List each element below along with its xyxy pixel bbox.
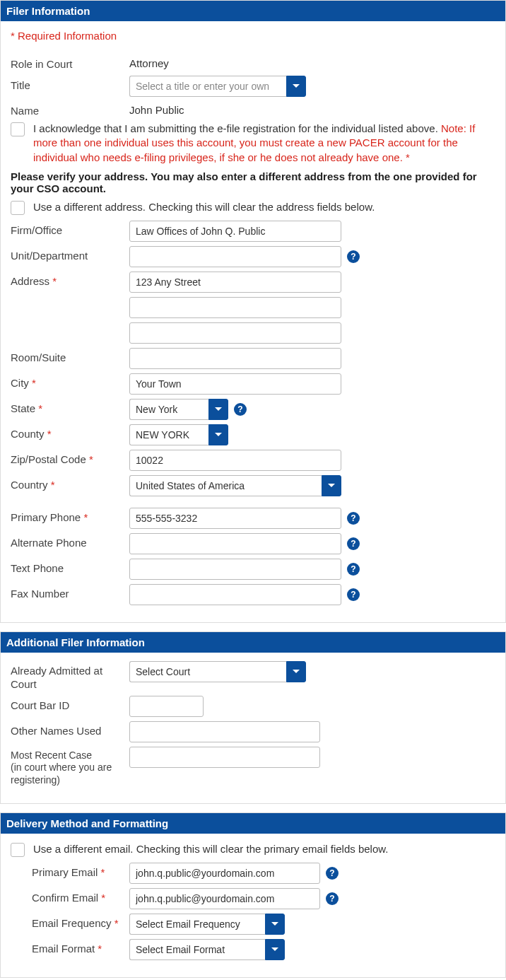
state-select[interactable]: New York [129, 399, 228, 420]
acknowledge-checkbox[interactable] [11, 122, 25, 136]
delivery-method-panel: Delivery Method and Formatting Use a dif… [0, 812, 506, 978]
email-format-select[interactable]: Select Email Format [129, 939, 285, 960]
role-label: Role in Court [11, 54, 124, 71]
filer-information-panel: Filer Information * Required Information… [0, 0, 506, 623]
city-label: City * [11, 373, 124, 390]
chevron-down-icon[interactable] [265, 914, 285, 935]
chevron-down-icon[interactable] [286, 661, 306, 682]
help-icon[interactable]: ? [347, 588, 360, 601]
chevron-down-icon[interactable] [208, 399, 228, 420]
room-label: Room/Suite [11, 348, 124, 365]
country-label: Country * [11, 475, 124, 492]
state-select-value: New York [129, 399, 208, 420]
confirm-email-input[interactable] [129, 888, 320, 909]
room-input[interactable] [129, 348, 341, 369]
bar-id-label: Court Bar ID [11, 696, 124, 713]
unit-label: Unit/Department [11, 246, 124, 263]
county-label: County * [11, 424, 124, 441]
title-select-value: Select a title or enter your own [129, 76, 286, 97]
chevron-down-icon[interactable] [265, 939, 285, 960]
chevron-down-icon[interactable] [286, 76, 306, 97]
different-email-text: Use a different email. Checking this wil… [33, 842, 495, 856]
primary-phone-label: Primary Phone * [11, 508, 124, 525]
admitted-court-value: Select Court [129, 661, 286, 682]
primary-email-input[interactable] [129, 863, 320, 884]
zip-label: Zip/Postal Code * [11, 450, 124, 467]
country-select-value: United States of America [129, 475, 322, 496]
fax-input[interactable] [129, 584, 341, 605]
firm-input[interactable] [129, 221, 341, 242]
address-label: Address * [11, 272, 124, 288]
alt-phone-input[interactable] [129, 533, 341, 554]
zip-input[interactable] [129, 450, 341, 471]
primary-email-label: Primary Email * [32, 863, 124, 880]
acknowledge-text: I acknowledge that I am submitting the e… [33, 122, 495, 165]
recent-case-label: Most Recent Case (in court where you are… [11, 747, 124, 787]
email-format-value: Select Email Format [129, 939, 265, 960]
email-freq-label: Email Frequency * [32, 914, 124, 931]
different-address-checkbox[interactable] [11, 201, 25, 215]
different-address-text: Use a different address. Checking this w… [33, 200, 495, 214]
help-icon[interactable]: ? [347, 512, 360, 525]
address1-input[interactable] [129, 272, 341, 293]
email-format-label: Email Format * [32, 939, 124, 956]
firm-label: Firm/Office [11, 221, 124, 238]
different-email-checkbox[interactable] [11, 843, 25, 857]
help-icon[interactable]: ? [326, 867, 339, 880]
other-names-label: Other Names Used [11, 721, 124, 738]
title-label: Title [11, 76, 124, 93]
county-select[interactable]: NEW YORK [129, 424, 228, 445]
primary-phone-input[interactable] [129, 508, 341, 529]
address3-input[interactable] [129, 322, 341, 344]
bar-id-input[interactable] [129, 696, 204, 717]
additional-filer-panel: Additional Filer Information Already Adm… [0, 631, 506, 805]
address2-input[interactable] [129, 297, 341, 318]
text-phone-input[interactable] [129, 559, 341, 580]
help-icon[interactable]: ? [234, 403, 247, 416]
text-phone-label: Text Phone [11, 559, 124, 576]
chevron-down-icon[interactable] [322, 475, 341, 496]
required-info-note: * Required Information [11, 30, 495, 42]
fax-label: Fax Number [11, 584, 124, 601]
role-value: Attorney [129, 54, 495, 69]
recent-case-input[interactable] [129, 747, 320, 768]
filer-info-header: Filer Information [1, 1, 505, 21]
email-frequency-value: Select Email Frequency [129, 914, 265, 935]
verify-address-note: Please verify your address. You may also… [11, 170, 495, 194]
unit-input[interactable] [129, 246, 341, 267]
name-label: Name [11, 101, 124, 118]
help-icon[interactable]: ? [347, 563, 360, 576]
alt-phone-label: Alternate Phone [11, 533, 124, 550]
admitted-label: Already Admitted at Court [11, 661, 124, 692]
chevron-down-icon[interactable] [208, 424, 228, 445]
other-names-input[interactable] [129, 721, 320, 742]
name-value: John Public [129, 101, 495, 116]
additional-filer-header: Additional Filer Information [1, 632, 505, 653]
help-icon[interactable]: ? [326, 892, 339, 905]
country-select[interactable]: United States of America [129, 475, 341, 496]
help-icon[interactable]: ? [347, 537, 360, 550]
county-select-value: NEW YORK [129, 424, 208, 445]
help-icon[interactable]: ? [347, 250, 360, 263]
admitted-court-select[interactable]: Select Court [129, 661, 306, 682]
delivery-method-header: Delivery Method and Formatting [1, 813, 505, 834]
email-frequency-select[interactable]: Select Email Frequency [129, 914, 285, 935]
title-select[interactable]: Select a title or enter your own [129, 76, 306, 97]
city-input[interactable] [129, 373, 341, 395]
confirm-email-label: Confirm Email * [32, 888, 124, 905]
state-label: State * [11, 399, 124, 416]
